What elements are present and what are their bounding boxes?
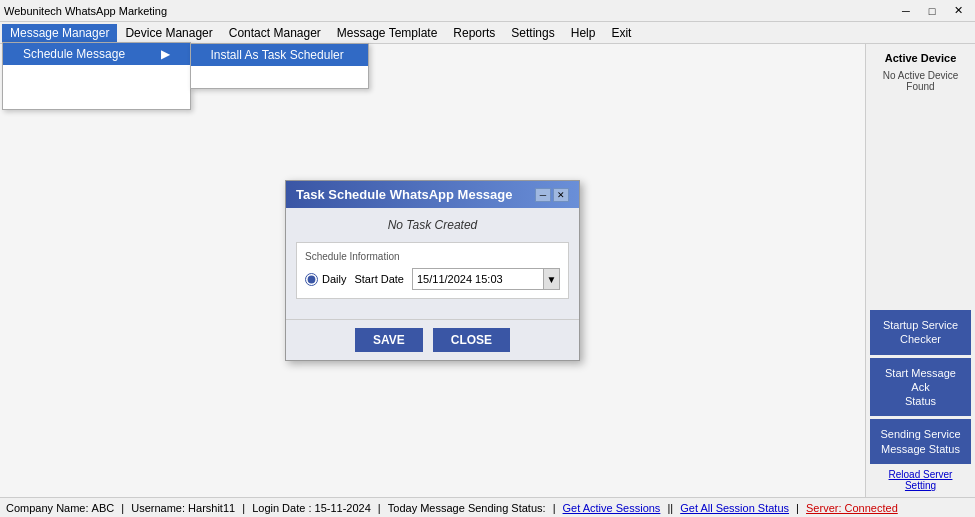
get-active-sessions-link[interactable]: Get Active Sessions [563,502,661,514]
title-bar-text: Webunitech WhatsApp Marketing [4,5,167,17]
dialog-overlay: Task Schedule WhatsApp Message ─ ✕ No Ta… [0,44,865,497]
sending-service-message-status-button[interactable]: Sending ServiceMessage Status [870,419,971,464]
separator-4: | [553,502,559,514]
dialog-titlebar: Task Schedule WhatsApp Message ─ ✕ [286,181,579,208]
title-bar: Webunitech WhatsApp Marketing ─ □ ✕ [0,0,975,22]
server-status-link[interactable]: Server: Connected [806,502,898,514]
center-area: Task Schedule WhatsApp Message ─ ✕ No Ta… [0,44,865,497]
separator-5: || [664,502,676,514]
date-input[interactable] [413,271,543,287]
dialog-minimize-button[interactable]: ─ [535,188,551,202]
separator-6: | [793,502,802,514]
schedule-row: Daily Start Date ▼ [305,268,560,290]
daily-radio-group: Daily [305,273,346,286]
menu-item-exit[interactable]: Exit [603,24,639,42]
maximize-button[interactable]: □ [919,2,945,20]
login-date-label: Login Date : [252,502,311,514]
minimize-button[interactable]: ─ [893,2,919,20]
username-value: Harshit11 [188,502,235,514]
task-schedule-dialog: Task Schedule WhatsApp Message ─ ✕ No Ta… [285,180,580,361]
title-bar-controls: ─ □ ✕ [893,2,971,20]
dialog-body: No Task Created Schedule Information Dai… [286,208,579,319]
menu-item-help[interactable]: Help [563,24,604,42]
get-all-session-status-link[interactable]: Get All Session Status [680,502,789,514]
separator-1: | [118,502,127,514]
dialog-title: Task Schedule WhatsApp Message [296,187,513,202]
dropdown-item-send-message-contacts[interactable]: Send Message To Contacts [3,87,190,109]
status-bar: Company Name: ABC | Username: Harshit11 … [0,497,975,517]
date-input-container: ▼ [412,268,560,290]
login-date-value: 15-11-2024 [315,502,371,514]
menu-item-message-template[interactable]: Message Template [329,24,446,42]
company-value: ABC [92,502,115,514]
company-label: Company Name: [6,502,89,514]
start-date-label: Start Date [354,273,404,285]
menu-item-device-manager[interactable]: Device Manager [117,24,220,42]
daily-label: Daily [322,273,346,285]
separator-2: | [239,502,248,514]
dialog-titlebar-controls: ─ ✕ [535,188,569,202]
message-manager-dropdown: Schedule Message ▶ Install As Task Sched… [2,42,191,110]
schedule-info-box: Schedule Information Daily Start Date ▼ [296,242,569,299]
start-message-ack-status-button[interactable]: Start MessageAckStatus [870,358,971,417]
save-button[interactable]: SAVE [355,328,423,352]
dialog-footer: SAVE CLOSE [286,319,579,360]
main-content: Task Schedule WhatsApp Message ─ ✕ No Ta… [0,44,975,497]
submenu-item-install-task-scheduler[interactable]: Install As Task Scheduler [191,44,368,66]
schedule-info-label: Schedule Information [305,251,560,262]
startup-service-checker-button[interactable]: Startup ServiceChecker [870,310,971,355]
no-active-device-text: No Active Device Found [870,68,971,94]
menu-bar: Message Manager Schedule Message ▶ Insta… [0,22,975,44]
date-picker-button[interactable]: ▼ [543,269,559,289]
daily-radio[interactable] [305,273,318,286]
menu-item-contact-manager[interactable]: Contact Manager [221,24,329,42]
reload-server-setting-link[interactable]: Reload Server Setting [870,467,971,493]
menu-item-settings[interactable]: Settings [503,24,562,42]
message-sending-label: Today Message Sending Status: [388,502,546,514]
dialog-close-button[interactable]: ✕ [553,188,569,202]
separator-3: | [375,502,384,514]
close-button[interactable]: ✕ [945,2,971,20]
menu-item-message-manager[interactable]: Message Manager Schedule Message ▶ Insta… [2,24,117,42]
menu-item-reports[interactable]: Reports [445,24,503,42]
right-panel: Active Device No Active Device Found Sta… [865,44,975,497]
close-dialog-button[interactable]: CLOSE [433,328,510,352]
username-label: Username: [131,502,185,514]
dropdown-item-schedule-message[interactable]: Schedule Message ▶ Install As Task Sched… [3,43,190,65]
dropdown-item-send-message[interactable]: Send Message [3,65,190,87]
schedule-submenu: Install As Task Scheduler Install As Win… [190,43,369,89]
submenu-item-install-window-service[interactable]: Install As Window Service [191,66,368,88]
no-task-text: No Task Created [296,218,569,232]
active-device-title: Active Device [870,48,971,68]
